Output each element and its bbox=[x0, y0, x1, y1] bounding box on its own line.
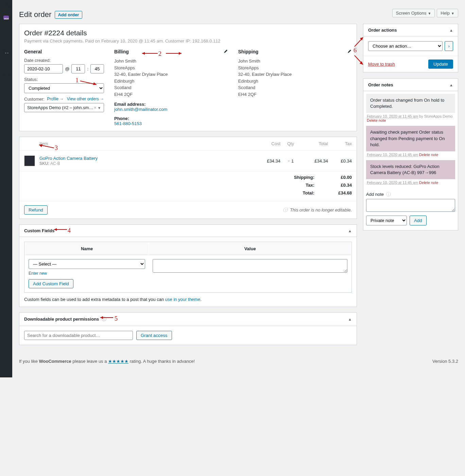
svg-point-0 bbox=[3, 5, 9, 10]
add-order-button[interactable]: Add order bbox=[55, 11, 82, 19]
items-head-cost: Cost bbox=[253, 141, 280, 146]
customer-select[interactable]: StoreApps Demo (#2 – john.smith@mailin… … bbox=[24, 103, 104, 112]
order-notes-box: Order notes▲ Order status changed from O… bbox=[363, 79, 458, 231]
woo-icon[interactable]: woo bbox=[3, 16, 9, 20]
items-head-item: Item bbox=[39, 141, 253, 146]
shipping-heading: Shipping bbox=[238, 49, 259, 54]
billing-address: John SmithStoreApps 32-40, Easter Drylaw… bbox=[114, 58, 228, 98]
dashboard-icon[interactable] bbox=[3, 4, 10, 11]
profile-link[interactable]: Profile → bbox=[47, 97, 64, 101]
admin-sidebar: woo bbox=[0, 0, 12, 377]
order-actions-box: Order actions▲ Choose an action… › Move … bbox=[363, 24, 458, 72]
delete-note-link[interactable]: Delete note bbox=[419, 153, 438, 157]
update-button[interactable]: Update bbox=[428, 60, 453, 69]
enter-new-link[interactable]: Enter new bbox=[29, 271, 47, 276]
cf-value-head: Value bbox=[149, 243, 351, 255]
order-note: Order status changed from On hold to Com… bbox=[366, 94, 455, 113]
items-head-total: Total bbox=[301, 141, 328, 146]
general-column: General Date created: @ : Status: Comple… bbox=[24, 49, 104, 126]
downloads-box: 5 Downloadable product permissions ⓘ▲ Gr… bbox=[19, 312, 357, 345]
item-row: GoPro Action Camera Battery SKU: AC-B £3… bbox=[19, 151, 357, 171]
svg-marker-20 bbox=[360, 61, 363, 65]
note-type-select[interactable]: Private note bbox=[366, 216, 407, 225]
svg-point-1 bbox=[5, 53, 6, 54]
billing-column: Billing John SmithStoreApps 32-40, Easte… bbox=[114, 49, 228, 126]
product-link[interactable]: GoPro Action Camera Battery bbox=[39, 156, 98, 161]
hour-input[interactable] bbox=[71, 64, 85, 73]
toggle-icon[interactable]: ▲ bbox=[449, 83, 453, 87]
add-note-label: Add note bbox=[366, 192, 384, 197]
help-icon[interactable]: ⓘ bbox=[386, 191, 391, 197]
add-note-textarea[interactable] bbox=[366, 199, 455, 212]
delete-note-link[interactable]: Delete note bbox=[367, 118, 386, 122]
items-box: 3 Item Cost Qty Total Tax GoPro Action C… bbox=[19, 137, 357, 219]
cf-help-text: Custom fields can be used to add extra m… bbox=[24, 297, 352, 302]
downloads-heading: Downloadable product permissions bbox=[24, 317, 99, 322]
help-icon[interactable]: ⓘ bbox=[102, 316, 106, 322]
download-search-input[interactable] bbox=[24, 331, 133, 340]
item-total: £34.34 bbox=[301, 158, 328, 164]
toggle-icon[interactable]: ▲ bbox=[348, 317, 352, 321]
use-in-theme-link[interactable]: use in your theme bbox=[165, 297, 200, 302]
order-note: Stock levels reduced: GoPro Action Camer… bbox=[366, 160, 455, 179]
products-icon[interactable] bbox=[3, 24, 10, 31]
cf-value-textarea[interactable] bbox=[153, 259, 347, 273]
grant-access-button[interactable]: Grant access bbox=[136, 331, 172, 340]
rating-link[interactable]: ★★★★★ bbox=[108, 359, 128, 364]
svg-point-2 bbox=[7, 53, 8, 54]
customer-label: Customer: Profile → View other orders → bbox=[24, 97, 104, 102]
help-button[interactable]: Help▼ bbox=[437, 9, 458, 17]
order-subtitle: Payment via Check payments. Paid on Febr… bbox=[24, 38, 352, 44]
email-label: Email address: bbox=[114, 102, 228, 107]
refund-button[interactable]: Refund bbox=[24, 205, 48, 215]
version-text: Version 5.3.2 bbox=[432, 359, 458, 364]
footer: If you like WooCommerce please leave us … bbox=[19, 359, 458, 364]
chevron-down-icon[interactable]: ▼ bbox=[98, 106, 101, 110]
cart-icon[interactable] bbox=[3, 48, 10, 54]
clear-customer-icon[interactable]: × bbox=[94, 105, 97, 110]
item-qty: × 1 bbox=[280, 158, 301, 164]
toggle-icon[interactable]: ▲ bbox=[348, 229, 352, 233]
cf-name-head: Name bbox=[25, 243, 149, 255]
notes-heading: Order notes bbox=[368, 82, 393, 87]
move-to-trash-link[interactable]: Move to trash bbox=[368, 62, 395, 67]
edit-billing-icon[interactable] bbox=[223, 49, 228, 54]
order-details-box: Order #2224 details Payment via Check pa… bbox=[19, 24, 357, 131]
items-head-qty: Qty bbox=[280, 141, 301, 146]
custom-fields-heading: Custom Fields bbox=[24, 228, 55, 233]
product-thumbnail bbox=[24, 155, 35, 166]
status-select[interactable]: Completed bbox=[24, 83, 104, 93]
content-wrap: Screen Options▼ Help▼ Edit order Add ord… bbox=[12, 0, 465, 377]
add-note-button[interactable]: Add bbox=[410, 216, 427, 225]
collapse-icon[interactable] bbox=[3, 71, 10, 78]
toggle-icon[interactable]: ▲ bbox=[449, 28, 453, 32]
screen-options-button[interactable]: Screen Options▼ bbox=[392, 9, 435, 17]
action-go-button[interactable]: › bbox=[445, 41, 453, 51]
status-label: Status: bbox=[24, 77, 104, 82]
mail-icon[interactable] bbox=[3, 59, 10, 66]
date-label: Date created: bbox=[24, 58, 104, 63]
minute-input[interactable] bbox=[90, 64, 104, 73]
edit-shipping-icon[interactable] bbox=[347, 49, 352, 54]
cf-name-select[interactable]: — Select — bbox=[29, 259, 145, 269]
billing-email-link[interactable]: john.smith@mailinator.com bbox=[114, 107, 167, 112]
shipping-address: John SmithStoreApps 32-40, Easter Drylaw… bbox=[238, 58, 352, 98]
billing-heading: Billing bbox=[114, 49, 129, 54]
add-custom-field-button[interactable]: Add Custom Field bbox=[29, 279, 73, 288]
order-title: Order #2224 details bbox=[24, 29, 352, 37]
action-select[interactable]: Choose an action… bbox=[368, 41, 443, 51]
order-note: Awaiting check payment Order status chan… bbox=[366, 126, 455, 151]
billing-phone-link[interactable]: 561-880-5153 bbox=[114, 121, 142, 126]
shipping-column: Shipping John SmithStoreApps 32-40, East… bbox=[238, 49, 352, 126]
phone-label: Phone: bbox=[114, 116, 228, 121]
not-editable-text: ⓘ This order is no longer editable. bbox=[283, 207, 352, 213]
custom-fields-box: 4 Custom Fields▲ NameValue — Select — En… bbox=[19, 224, 357, 307]
delete-note-link[interactable]: Delete note bbox=[419, 181, 438, 185]
view-orders-link[interactable]: View other orders → bbox=[67, 97, 104, 101]
item-tax: £0.34 bbox=[328, 158, 352, 164]
analytics-icon[interactable] bbox=[3, 36, 10, 43]
items-head-tax: Tax bbox=[328, 141, 352, 146]
item-cost: £34.34 bbox=[253, 158, 280, 164]
date-input[interactable] bbox=[24, 64, 63, 73]
general-heading: General bbox=[24, 49, 104, 54]
